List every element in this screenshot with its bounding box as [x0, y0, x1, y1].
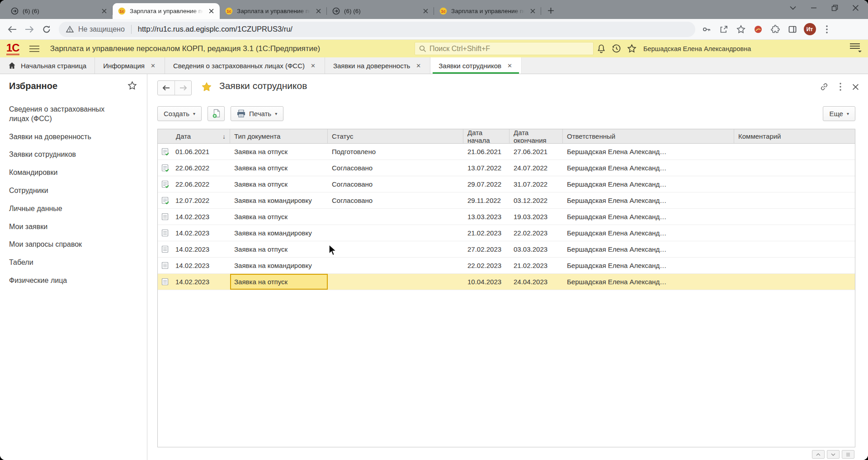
tab-close-icon[interactable] — [528, 7, 537, 15]
column-header[interactable]: Дата ↓ — [158, 129, 230, 143]
tab-close-icon[interactable] — [100, 7, 108, 15]
cell-date[interactable]: 22.06.2022 — [158, 164, 230, 172]
cell-responsible[interactable]: Бершадская Елена Александ… — [563, 262, 734, 269]
cell-status[interactable]: Подготовлено — [328, 148, 463, 155]
cell-date-end[interactable]: 19.03.2023 — [509, 213, 563, 221]
browser-back-button[interactable] — [4, 21, 21, 38]
cell-date[interactable]: 14.02.2023 — [158, 245, 230, 253]
browser-tab[interactable]: 1с Зарплата и управление персона — [113, 3, 220, 19]
browser-tab[interactable]: 1с Зарплата и управление персона — [434, 3, 541, 19]
create-button[interactable]: Создать▾ — [157, 106, 202, 121]
cell-date-end[interactable]: 03.12.2022 — [509, 197, 563, 204]
favorites-item[interactable]: Табели — [9, 258, 122, 268]
favorites-item[interactable]: Мои заявки — [9, 222, 122, 232]
favorites-star-icon[interactable] — [624, 42, 640, 56]
browser-tab[interactable]: 1с Зарплата и управление персона — [220, 3, 327, 19]
cell-date-start[interactable]: 21.02.2023 — [463, 229, 509, 237]
cell-date-end[interactable]: 31.07.2022 — [509, 180, 563, 188]
cell-date-start[interactable]: 29.07.2022 — [463, 180, 509, 188]
browser-reload-button[interactable] — [38, 21, 55, 38]
browser-forward-button[interactable] — [21, 21, 38, 38]
tab-close-icon[interactable] — [421, 7, 429, 15]
app-tab[interactable]: Заявки сотрудников ✕ — [430, 57, 522, 74]
cell-status[interactable]: Согласовано — [328, 197, 463, 204]
cell-responsible[interactable]: Бершадская Елена Александ… — [563, 164, 734, 172]
cell-doc-type[interactable]: Заявка на отпуск — [230, 180, 328, 188]
table-row[interactable]: 14.02.2023 Заявка на отпуск 27.02.2023 0… — [158, 241, 855, 258]
favorites-item[interactable]: Мои запросы справок — [9, 240, 122, 249]
cell-date-end[interactable]: 22.02.2023 — [509, 229, 563, 237]
scroll-bottom-button[interactable] — [827, 450, 840, 459]
cell-doc-type[interactable]: Заявка на отпуск — [230, 245, 328, 253]
form-close-icon[interactable] — [852, 84, 859, 92]
app-tab[interactable]: Начальная страница — [0, 57, 95, 74]
notifications-bell-icon[interactable] — [594, 42, 609, 56]
cell-date[interactable]: 12.07.2022 — [158, 197, 230, 205]
cell-date[interactable]: 01.06.2021 — [158, 148, 230, 156]
extensions-puzzle-icon[interactable] — [768, 22, 783, 37]
cell-date[interactable]: 14.02.2023 — [158, 213, 230, 221]
cell-doc-type[interactable]: Заявка на командировку — [230, 229, 328, 237]
bookmark-star-icon[interactable] — [733, 22, 749, 37]
get-link-icon[interactable] — [820, 82, 829, 93]
favorites-item[interactable]: Сведения о застрахованных лицах (ФСС) — [9, 105, 122, 124]
column-header[interactable]: Статус — [328, 129, 463, 143]
cell-date-end[interactable]: 27.06.2021 — [509, 148, 563, 155]
minimize-button[interactable] — [809, 3, 818, 12]
cell-doc-type[interactable]: Заявка на отпуск — [230, 164, 328, 172]
cell-responsible[interactable]: Бершадская Елена Александ… — [563, 278, 734, 286]
favorites-item[interactable]: Физические лица — [9, 276, 122, 286]
app-tab-close-icon[interactable]: ✕ — [415, 62, 422, 70]
table-row[interactable]: 14.02.2023 Заявка на командировку 22.02.… — [158, 258, 855, 274]
scroll-top-button[interactable] — [812, 450, 825, 459]
column-header[interactable]: Комментарий — [734, 129, 855, 143]
sidebar-panel-icon[interactable] — [785, 22, 800, 37]
service-menu-icon[interactable] — [848, 43, 862, 54]
create-by-copy-button[interactable] — [208, 106, 225, 121]
history-icon[interactable] — [609, 42, 624, 56]
app-tab-close-icon[interactable]: ✕ — [150, 62, 156, 70]
browser-menu-kebab-icon[interactable] — [819, 22, 835, 37]
cell-date-start[interactable]: 13.07.2022 — [463, 164, 509, 172]
cell-doc-type[interactable]: Заявка на отпуск — [230, 213, 328, 221]
column-header[interactable]: Ответственный — [563, 129, 734, 143]
security-label[interactable]: Не защищено — [78, 25, 125, 33]
close-window-button[interactable] — [851, 3, 860, 12]
cell-responsible[interactable]: Бершадская Елена Александ… — [563, 148, 734, 155]
cell-responsible[interactable]: Бершадская Елена Александ… — [563, 245, 734, 253]
browser-profile-avatar[interactable]: Ит — [802, 22, 817, 37]
restore-button[interactable] — [830, 3, 839, 12]
cell-doc-type[interactable]: Заявка на отпуск — [230, 148, 328, 155]
table-row[interactable]: 14.02.2023 Заявка на командировку 21.02.… — [158, 225, 855, 241]
print-button[interactable]: Печать▾ — [231, 106, 283, 121]
cell-date[interactable]: 14.02.2023 — [158, 229, 230, 237]
cell-responsible[interactable]: Бершадская Елена Александ… — [563, 197, 734, 204]
browser-tab[interactable]: 1с (6) (6) — [5, 3, 113, 19]
favorites-item[interactable]: Сотрудники — [9, 186, 122, 196]
cell-responsible[interactable]: Бершадская Елена Александ… — [563, 213, 734, 221]
password-key-icon[interactable] — [699, 22, 714, 37]
cell-date-start[interactable]: 29.11.2022 — [463, 197, 509, 204]
tab-close-icon[interactable] — [207, 7, 215, 15]
form-more-kebab-icon[interactable] — [840, 83, 841, 93]
cell-date-end[interactable]: 03.03.2023 — [509, 245, 563, 253]
cell-doc-type[interactable]: Заявка на командировку — [230, 197, 328, 204]
column-header[interactable]: Дата начала — [463, 129, 509, 143]
cell-date-end[interactable]: 24.04.2023 — [509, 278, 563, 286]
favorites-item[interactable]: Заявки сотрудников — [9, 150, 122, 160]
favorites-item[interactable]: Заявки на доверенность — [9, 132, 122, 142]
column-header[interactable]: Дата окончания — [509, 129, 563, 143]
app-tab[interactable]: Сведения о застрахованных лицах (ФСС) ✕ — [165, 57, 325, 74]
column-header[interactable]: Тип документа — [230, 129, 328, 143]
scroll-menu-button[interactable] — [842, 450, 854, 459]
table-row[interactable]: 14.02.2023 Заявка на отпуск 13.03.2023 1… — [158, 209, 855, 225]
url-text[interactable]: http://ru1c.rus.ad.egisplc.com/1CZUPRUS3… — [138, 25, 292, 33]
table-row[interactable]: 22.06.2022 Заявка на отпуск Согласовано … — [158, 176, 855, 192]
cell-date-end[interactable]: 21.02.2023 — [509, 262, 563, 269]
tab-search-chevron-icon[interactable] — [788, 3, 797, 12]
form-back-button[interactable] — [158, 81, 175, 95]
table-row[interactable]: 01.06.2021 Заявка на отпуск Подготовлено… — [158, 144, 855, 160]
form-forward-button[interactable] — [175, 81, 191, 95]
cell-doc-type[interactable]: Заявка на отпуск — [230, 274, 328, 290]
app-tab-close-icon[interactable]: ✕ — [310, 62, 316, 70]
